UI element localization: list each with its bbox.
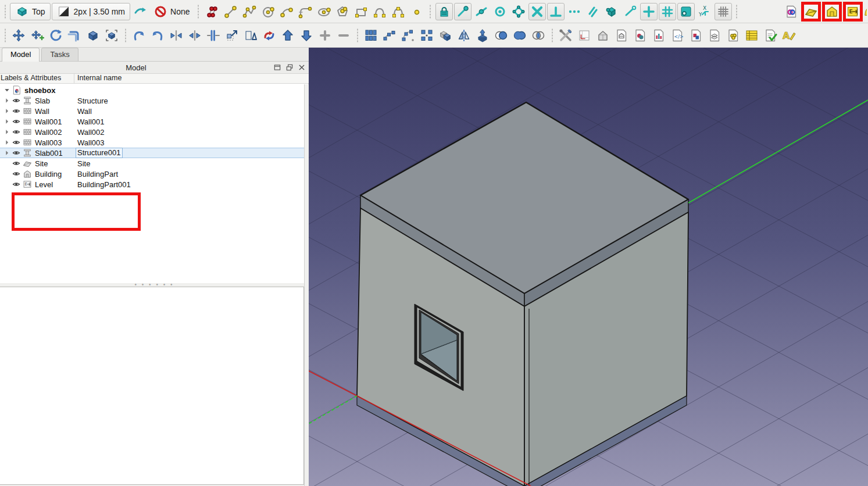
visibility-eye-icon[interactable] (12, 177, 21, 191)
arch-level-button[interactable]: E (844, 3, 862, 20)
snap-extension-button[interactable] (566, 3, 583, 20)
draft-line-button[interactable] (222, 3, 240, 20)
draft-move-button[interactable] (10, 27, 27, 44)
draft-clone-cube-button[interactable] (84, 27, 102, 44)
draft-downgrade-button[interactable] (298, 27, 315, 44)
cut-off-icon[interactable] (864, 5, 867, 19)
shape-string-code-button[interactable]: </> (669, 27, 686, 44)
property-panel-empty[interactable] (0, 287, 304, 485)
ifc-document-button[interactable] (783, 3, 800, 20)
draft-offset-button[interactable] (66, 27, 83, 44)
snap-dimensions-button[interactable]: YX (696, 3, 713, 20)
float-icon[interactable] (284, 63, 295, 72)
draft-arc-button[interactable] (278, 3, 295, 20)
snap-working-plane-button[interactable] (677, 3, 695, 20)
annotation-styles-button[interactable]: A (780, 27, 798, 44)
draft-point-button[interactable] (408, 3, 426, 20)
draft-rectangle-button[interactable] (352, 3, 370, 20)
draft-fillet-button[interactable] (297, 3, 314, 20)
draft-circle-button[interactable] (259, 3, 277, 20)
layers-manager-button[interactable] (706, 27, 723, 44)
dock-scroll-gutter[interactable] (304, 84, 309, 486)
arch-add-component-button[interactable] (316, 27, 334, 44)
material-manager-button[interactable] (724, 27, 742, 44)
tree-row-slab001[interactable]: Slab001Structure001 (0, 148, 308, 158)
boolean-cut-button[interactable] (492, 27, 510, 44)
draft-copy-button[interactable] (28, 27, 46, 44)
tree-row-site[interactable]: SiteSite (0, 158, 308, 169)
line-width-button[interactable]: 2px | 3.50 mm (52, 3, 130, 20)
array-point-button[interactable] (418, 27, 435, 44)
tree-row-slab[interactable]: SlabStructure (0, 95, 308, 106)
draft-edit-nodes-button[interactable] (203, 3, 221, 20)
snap-perpendicular-button[interactable] (547, 3, 565, 20)
snap-special-button[interactable] (621, 3, 639, 20)
draft-mirror-button[interactable] (455, 27, 473, 44)
array-path-button[interactable] (381, 27, 398, 44)
project-views-button[interactable] (594, 27, 612, 44)
boolean-common-button[interactable] (530, 27, 547, 44)
draft-ellipse-button[interactable] (315, 3, 333, 20)
arch-site-button[interactable] (802, 3, 820, 20)
toolbar-handle[interactable] (3, 4, 7, 19)
draft-extrude-button[interactable] (474, 27, 491, 44)
toggle-grid-button[interactable] (715, 3, 732, 20)
tab-model[interactable]: Model (2, 48, 40, 62)
snap-intersection-button[interactable] (528, 3, 546, 20)
image-plane-button[interactable] (631, 27, 649, 44)
draft-upgrade-button[interactable] (279, 27, 297, 44)
snap-angle-button[interactable] (510, 3, 527, 20)
draft-trimex-button[interactable] (130, 27, 148, 44)
draft-rotate-button[interactable] (47, 27, 65, 44)
shapes-document-button[interactable] (687, 27, 705, 44)
tree-row-shoebox[interactable]: shoebox (0, 85, 308, 95)
section-plane-button[interactable] (613, 27, 630, 44)
arch-building-button[interactable] (823, 3, 841, 20)
column-labels-attributes[interactable]: Labels & Attributes (0, 74, 74, 83)
array-orthogonal-button[interactable] (362, 27, 380, 44)
tree-row-wall002[interactable]: Wall002Wall002 (0, 127, 308, 137)
array-polar-button[interactable] (399, 27, 417, 44)
survey-button[interactable] (762, 27, 779, 44)
draft-bezier-button[interactable] (390, 3, 407, 20)
draft-stretch-button[interactable] (205, 27, 222, 44)
apply-style-button[interactable] (131, 3, 149, 20)
3d-viewport[interactable] (309, 48, 868, 486)
snap-parallel-button[interactable] (584, 3, 602, 20)
snap-grid-button[interactable] (659, 3, 676, 20)
tree-row-building[interactable]: BuildingBuildingPart (0, 169, 308, 179)
draft-edit-button[interactable] (242, 27, 259, 44)
schedule-button[interactable] (743, 27, 760, 44)
chart-document-button[interactable] (650, 27, 667, 44)
dock-icon[interactable] (272, 63, 283, 72)
tree-row-level[interactable]: ELevelBuildingPart001 (0, 179, 308, 190)
snap-near-button[interactable] (640, 3, 658, 20)
arch-remove-component-button[interactable] (335, 27, 352, 44)
snap-lock-button[interactable] (435, 3, 453, 20)
snap-ortho-button[interactable] (603, 3, 620, 20)
snap-center-button[interactable] (491, 3, 509, 20)
tree-row-wall003[interactable]: Wall003Wall003 (0, 137, 308, 148)
draft-polyline-button[interactable] (241, 3, 258, 20)
arch-utilities-button[interactable] (557, 27, 574, 44)
column-internal-name[interactable]: Internal name (74, 74, 309, 83)
draft-clone-button[interactable] (437, 27, 454, 44)
tree-row-wall001[interactable]: Wall001Wall001 (0, 116, 308, 127)
draft-slope-button[interactable] (260, 27, 278, 44)
tab-tasks[interactable]: Tasks (41, 48, 78, 61)
draft-bend-button[interactable] (149, 27, 166, 44)
dock-splitter[interactable]: • • • • • • (0, 283, 309, 287)
boolean-union-button[interactable] (511, 27, 528, 44)
draft-split-button[interactable] (167, 27, 185, 44)
draft-facebinder-button[interactable] (103, 27, 120, 44)
working-plane-view-button[interactable] (576, 27, 593, 44)
draft-scale-button[interactable] (223, 27, 241, 44)
tree-row-wall[interactable]: WallWall (0, 106, 308, 116)
snap-midpoint-button[interactable] (473, 3, 490, 20)
close-icon[interactable] (297, 63, 307, 72)
draft-join-button[interactable] (186, 27, 203, 44)
view-direction-button[interactable]: Top (10, 3, 51, 20)
snap-endpoint-button[interactable] (454, 3, 471, 20)
draft-bspline-button[interactable] (371, 3, 388, 20)
autogroup-button[interactable]: None (150, 3, 193, 20)
